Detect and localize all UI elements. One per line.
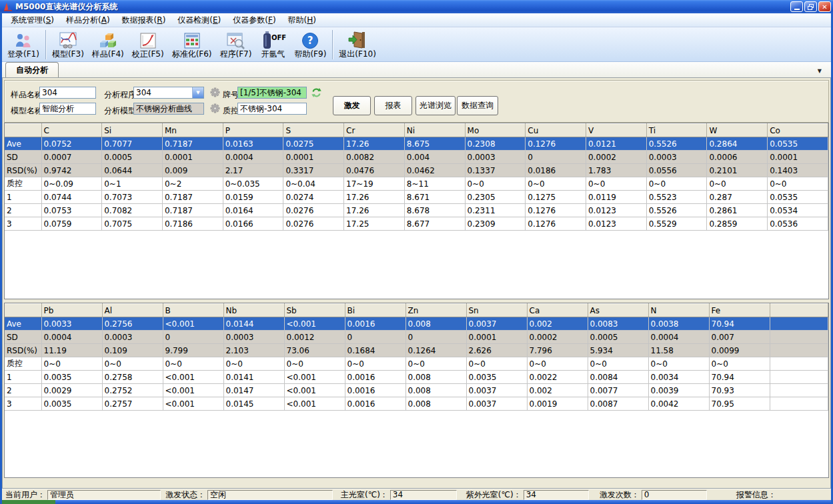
cell[interactable]: 0.2311 — [465, 204, 526, 217]
cell[interactable]: 0.004 — [404, 151, 465, 164]
table-row[interactable]: 30.00350.2757<0.0010.0145<0.0010.00160.0… — [5, 397, 828, 411]
table-row[interactable]: 10.07440.70730.71870.01590.027417.268.67… — [5, 191, 828, 204]
cell[interactable]: 0.2305 — [465, 191, 526, 204]
table-row[interactable]: Ave0.07520.70770.71870.01630.027517.268.… — [5, 137, 828, 151]
cell[interactable]: 0.2861 — [707, 204, 768, 217]
analysis-program-select[interactable]: 304 ▼ — [133, 87, 204, 99]
cell[interactable]: 0.2758 — [102, 371, 163, 384]
menu-item[interactable]: 帮助(H) — [282, 13, 322, 27]
cell[interactable]: 0~0 — [466, 357, 527, 371]
cell[interactable]: 0.0274 — [283, 191, 344, 204]
qc-field[interactable] — [237, 103, 307, 115]
cell[interactable]: 0.008 — [405, 371, 466, 384]
cell[interactable]: 0.0005 — [102, 151, 163, 164]
cell[interactable]: 0 — [163, 331, 223, 344]
cell[interactable]: 0.1403 — [768, 164, 828, 177]
cell[interactable]: 0.7187 — [162, 191, 223, 204]
cell[interactable]: 0.0003 — [223, 331, 284, 344]
cell[interactable]: 0.0034 — [648, 371, 709, 384]
tab-auto-analysis[interactable]: 自动分析 — [5, 62, 59, 78]
cell[interactable]: 0.1264 — [405, 344, 466, 357]
cell[interactable]: 0.0119 — [586, 191, 646, 204]
menu-item[interactable]: 系统管理(S) — [5, 13, 60, 27]
cell[interactable]: 0.1276 — [526, 217, 586, 231]
cell[interactable]: 1.783 — [586, 164, 646, 177]
cell[interactable]: 0.0535 — [768, 191, 828, 204]
cell[interactable]: 0 — [405, 331, 466, 344]
cell[interactable]: 0.0145 — [223, 397, 284, 411]
table-row[interactable]: RSD(%)11.190.1099.7992.10373.060.16840.1… — [5, 344, 828, 357]
report-button[interactable]: 报表 — [374, 96, 412, 115]
cell[interactable]: 0.0035 — [41, 371, 102, 384]
cell[interactable]: 0.0164 — [223, 204, 283, 217]
cell[interactable]: 0.0099 — [709, 344, 770, 357]
cell[interactable]: 0.0029 — [41, 384, 102, 397]
cell[interactable]: 0.009 — [162, 164, 223, 177]
cell[interactable]: 0.0083 — [588, 317, 648, 331]
cell[interactable]: 0~1 — [102, 177, 163, 191]
cell[interactable]: 0.0123 — [586, 217, 646, 231]
toolbar-button-standardize[interactable]: 标准化(F6) — [168, 27, 216, 61]
cell[interactable]: 0.5529 — [646, 217, 707, 231]
cell[interactable]: 7.796 — [527, 344, 588, 357]
cell[interactable]: 0~0 — [586, 177, 646, 191]
cell[interactable]: 0~0.04 — [283, 177, 344, 191]
cell[interactable]: 0.0007 — [41, 151, 102, 164]
cell[interactable]: 0.7082 — [102, 204, 163, 217]
cell[interactable]: 0.2756 — [102, 317, 163, 331]
sample-name-input[interactable] — [39, 87, 96, 99]
cell[interactable]: 0.0753 — [41, 204, 102, 217]
cell[interactable]: 0.0752 — [41, 137, 102, 151]
cell[interactable]: 0~0 — [41, 357, 102, 371]
cell[interactable]: 0~0 — [646, 177, 707, 191]
cell[interactable]: 0.008 — [405, 317, 466, 331]
cell[interactable]: 0.0534 — [768, 204, 828, 217]
cell[interactable]: 0~0 — [709, 357, 770, 371]
cell[interactable]: 0.0556 — [646, 164, 707, 177]
toolbar-button-sample[interactable]: 样品(F4) — [88, 27, 128, 61]
cell[interactable]: 0.0002 — [586, 151, 646, 164]
cell[interactable]: 8.677 — [404, 217, 465, 231]
cell[interactable]: 0.1276 — [526, 137, 586, 151]
table-row[interactable]: 质控0~00~00~00~00~00~00~00~00~00~00~00~0 — [5, 357, 828, 371]
cell[interactable]: 0~0 — [284, 357, 345, 371]
cell[interactable]: 0.0276 — [283, 204, 344, 217]
toolbar-button-argon[interactable]: OFF开氩气 — [255, 27, 290, 61]
cell[interactable]: 0.0019 — [527, 397, 588, 411]
cell[interactable]: 0.5523 — [646, 191, 707, 204]
cell[interactable]: 0.2309 — [465, 217, 526, 231]
refresh-brand-icon[interactable] — [311, 87, 322, 98]
model-name-input[interactable] — [39, 103, 96, 115]
cell[interactable]: 0.0163 — [223, 137, 283, 151]
cell[interactable]: 0~0.035 — [223, 177, 283, 191]
table-row[interactable]: SD0.00070.00050.00010.00040.00010.00820.… — [5, 151, 828, 164]
data-query-button[interactable]: 数据查询 — [457, 96, 498, 115]
cell[interactable]: 0.5526 — [646, 204, 707, 217]
toolbar-button-login[interactable]: 登录(F1) — [3, 27, 43, 61]
brand-gear-icon[interactable] — [210, 87, 220, 97]
cell[interactable]: 0.0159 — [223, 191, 283, 204]
table-row[interactable]: 20.07530.70820.71870.01640.027617.268.67… — [5, 204, 828, 217]
toolbar-button-calibrate[interactable]: 校正(F5) — [128, 27, 168, 61]
cell[interactable]: 17~19 — [344, 177, 405, 191]
cell[interactable]: 0.7075 — [102, 217, 163, 231]
cell[interactable]: 0.0535 — [768, 137, 828, 151]
cell[interactable]: 0.0082 — [344, 151, 405, 164]
cell[interactable]: 0.0004 — [223, 151, 283, 164]
cell[interactable]: 8.671 — [404, 191, 465, 204]
cell[interactable]: 70.94 — [709, 371, 770, 384]
cell[interactable]: 0~0 — [527, 357, 588, 371]
cell[interactable]: <0.001 — [284, 371, 345, 384]
cell[interactable]: 8.678 — [404, 204, 465, 217]
cell[interactable]: 0.0037 — [466, 317, 527, 331]
cell[interactable]: <0.001 — [284, 317, 345, 331]
maximize-button[interactable] — [804, 1, 817, 12]
cell[interactable]: <0.001 — [163, 384, 223, 397]
toolbar-button-exit[interactable]: 退出(F10) — [335, 27, 380, 61]
cell[interactable]: 17.25 — [344, 217, 405, 231]
cell[interactable]: 73.06 — [284, 344, 345, 357]
cell[interactable]: 0.7073 — [102, 191, 163, 204]
menu-item[interactable]: 仪器检测(E) — [171, 13, 227, 27]
cell[interactable]: 0.0121 — [586, 137, 646, 151]
cell[interactable]: 0.109 — [102, 344, 163, 357]
